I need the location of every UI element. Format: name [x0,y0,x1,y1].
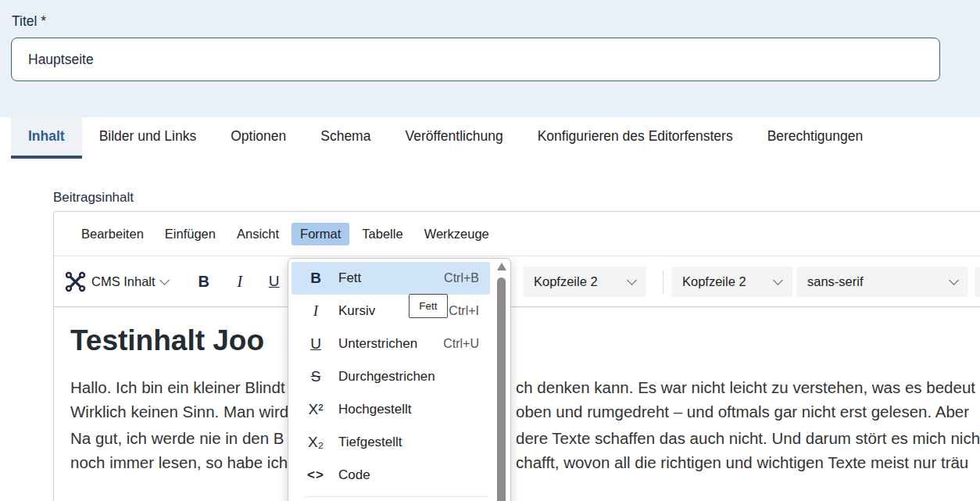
menu-item-label: Hochgestellt [338,402,412,417]
italic-icon: I [304,302,327,320]
font-family-select[interactable]: sans-serif [796,267,968,297]
scroll-up-icon[interactable] [497,263,506,270]
menu-item-shortcut: Ctrl+I [449,304,479,318]
menu-werkzeuge[interactable]: Werkzeuge [416,223,498,245]
menu-item-label: Kursiv [338,303,375,319]
content-heading: Testinhalt Joo [70,324,264,357]
dropdown-scrollbar[interactable] [496,261,507,501]
cms-content-button[interactable]: CMS Inhalt [65,271,168,292]
menu-format[interactable]: Format [291,223,349,245]
article-edit-page: Titel * Inhalt Bilder und Links Optionen… [0,0,980,501]
joomla-icon [65,271,86,292]
content-line: chafft, wovon all die richtigen und wich… [516,453,968,472]
menu-item-label: Unterstrichen [338,336,417,352]
menu-item-label: Durchgestrichen [338,369,435,385]
subscript-icon: X₂ [304,434,327,451]
menu-item-label: Code [338,467,370,483]
menu-bearbeiten[interactable]: Bearbeiten [73,223,152,245]
font-family-value: sans-serif [807,274,864,289]
bold-icon: B [304,270,327,287]
menu-item-shortcut: Ctrl+B [444,271,479,285]
tooltip: Fett [409,294,448,318]
title-input[interactable] [11,38,940,81]
menu-item-durchgestrichen[interactable]: S Durchgestrichen [291,360,490,393]
content-line: oben und rumgedreht – und oftmals gar ni… [516,403,969,421]
menu-tabelle[interactable]: Tabelle [353,223,411,245]
menu-item-shortcut: Ctrl+U [443,337,479,351]
content-line: dere Texte schaffen das auch nicht. Und … [516,429,980,448]
menu-divider [304,496,488,497]
tab-editorfenster[interactable]: Konfigurieren des Editorfensters [520,117,750,156]
block-format-value-1: Kopfzeile 2 [534,274,598,289]
menu-item-unterstrichen[interactable]: U Unterstrichen Ctrl+U [291,327,490,360]
menu-ansicht[interactable]: Ansicht [228,223,288,245]
title-label: Titel * [12,13,46,30]
tab-bar: Inhalt Bilder und Links Optionen Schema … [0,117,980,159]
editor-menubar: Bearbeiten Einfügen Ansicht Format Tabel… [54,212,980,256]
tab-optionen[interactable]: Optionen [213,117,303,156]
strikethrough-icon: S [304,368,327,385]
menu-einfuegen[interactable]: Einfügen [156,223,224,245]
editor-toolbar: CMS Inhalt B I U Kopfzeile 2 Kopfzeile 2… [54,256,980,307]
content-line: ch denken kann. Es war nicht leicht zu v… [516,378,975,397]
tab-veroeffentlichung[interactable]: Veröffentlichung [388,117,520,156]
chevron-down-icon [949,275,959,285]
menu-item-code[interactable]: <> Code [291,459,490,492]
chevron-down-icon [159,275,170,285]
block-format-select-1[interactable]: Kopfzeile 2 [523,267,646,297]
chevron-down-icon [627,275,637,285]
superscript-icon: X² [304,401,327,418]
menu-item-hochgestellt[interactable]: X² Hochgestellt [291,393,490,426]
format-dropdown-menu: B Fett Ctrl+B I Kursiv Ctrl+I U Unterstr… [288,258,511,501]
block-format-select-2[interactable]: Kopfzeile 2 [671,267,792,297]
cms-content-label: CMS Inhalt [91,274,156,289]
underline-button[interactable]: U [262,267,287,295]
italic-button[interactable]: I [227,267,252,295]
tab-schema[interactable]: Schema [303,117,388,156]
content-line: Wirklich keinen Sinn. Man wird [70,403,288,421]
content-line: noch immer lesen, so habe ich [70,453,288,472]
scrollbar-thumb[interactable] [497,277,506,501]
toolbar-separator [663,270,663,294]
menu-item-fett[interactable]: B Fett Ctrl+B [291,262,490,295]
editor-field-label: Beitragsinhalt [53,190,134,206]
menu-item-tiefgestellt[interactable]: X₂ Tiefgestellt [291,426,490,459]
menu-item-label: Tiefgestellt [338,435,402,450]
tab-bilder-und-links[interactable]: Bilder und Links [82,117,214,156]
bold-button[interactable]: B [191,267,216,295]
content-line: Hallo. Ich bin ein kleiner Blindt [70,378,285,397]
underline-icon: U [304,335,327,352]
tab-inhalt[interactable]: Inhalt [11,117,82,159]
code-icon: <> [304,467,327,483]
tab-berechtigungen[interactable]: Berechtigungen [750,117,881,156]
menu-item-kursiv[interactable]: I Kursiv Ctrl+I [291,295,490,327]
chevron-down-icon [773,275,783,285]
content-line: Na gut, ich werde nie in den B [70,429,284,448]
block-format-value-2: Kopfzeile 2 [682,274,746,289]
menu-item-label: Fett [338,270,361,286]
font-size-select[interactable]: 3 [975,267,980,297]
